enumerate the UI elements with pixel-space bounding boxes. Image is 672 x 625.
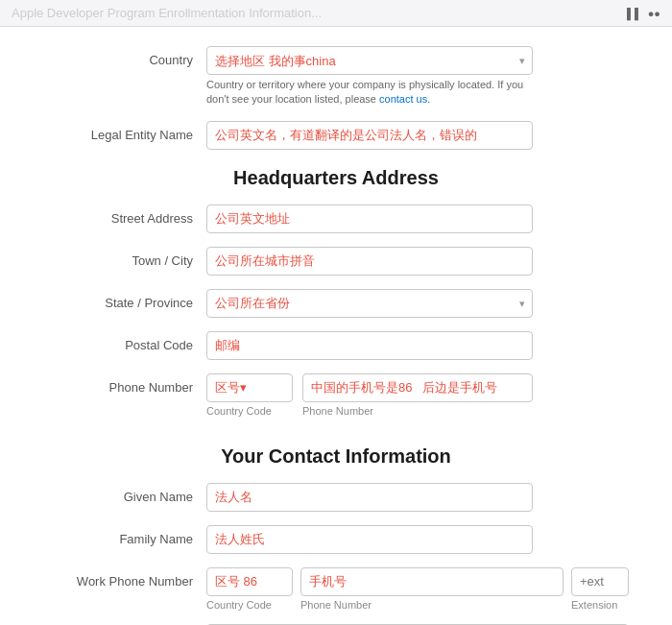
legal-entity-row: Legal Entity Name <box>38 121 634 150</box>
contact-section-title: Your Contact Information <box>38 445 634 468</box>
contact-us-link[interactable]: contact us. <box>379 93 430 105</box>
work-phone-field: Country Code Phone Number Extension <box>206 567 634 611</box>
legal-entity-field <box>206 121 634 150</box>
city-label: Town / City <box>38 247 206 270</box>
state-field: 公司所在省份 ▾ <box>206 289 634 318</box>
country-hint: Country or territory where your company … <box>206 78 533 108</box>
city-field <box>206 247 634 276</box>
country-row: Country 选择地区 我的事china ▾ Country or terri… <box>38 46 634 108</box>
street-input[interactable] <box>206 204 533 233</box>
family-name-label: Family Name <box>38 525 206 548</box>
postal-field <box>206 331 634 360</box>
battery-icon: ▌▌ <box>627 8 642 19</box>
family-name-input[interactable] <box>206 525 533 554</box>
street-label: Street Address <box>38 204 206 228</box>
legal-entity-input[interactable] <box>206 121 533 150</box>
hq-section-title: Headquarters Address <box>38 167 634 189</box>
given-name-label: Given Name <box>38 483 206 506</box>
city-input[interactable] <box>206 247 533 276</box>
work-phone-row: Work Phone Number Country Code Phone Num… <box>38 567 634 611</box>
state-select-wrap[interactable]: 公司所在省份 ▾ <box>206 289 533 318</box>
legal-entity-label: Legal Entity Name <box>38 121 206 144</box>
state-select[interactable]: 公司所在省份 <box>206 289 533 318</box>
work-phone-label: Work Phone Number <box>38 567 206 590</box>
work-phone-cc-input[interactable] <box>206 567 293 596</box>
given-name-field <box>206 483 634 512</box>
street-field <box>206 204 634 233</box>
family-name-field <box>206 525 634 554</box>
top-bar: Apple Developer Program Enrollmentation … <box>0 0 672 27</box>
country-select-wrap[interactable]: 选择地区 我的事china ▾ <box>206 46 533 75</box>
main-content: Country 选择地区 我的事china ▾ Country or terri… <box>0 27 672 625</box>
family-name-row: Family Name <box>38 525 634 554</box>
phone-label: Phone Number <box>38 373 206 397</box>
country-select[interactable]: 选择地区 我的事china <box>206 46 533 75</box>
work-phone-ext-label: Extension <box>571 599 629 611</box>
postal-label: Postal Code <box>38 331 206 354</box>
phone-num-label: Phone Number <box>302 405 533 417</box>
phone-field: Country Code Phone Number <box>206 373 634 417</box>
work-phone-inputs <box>206 567 629 596</box>
signal-icon: ●● <box>648 8 660 19</box>
phone-inputs <box>206 373 533 402</box>
phone-labels: Country Code Phone Number <box>206 405 533 417</box>
work-phone-num-input[interactable] <box>300 567 564 596</box>
phone-row: Phone Number Country Code Phone Number <box>38 373 634 417</box>
given-name-row: Given Name <box>38 483 634 512</box>
work-phone-cc-label: Country Code <box>206 599 293 611</box>
state-row: State / Province 公司所在省份 ▾ <box>38 289 634 318</box>
given-name-input[interactable] <box>206 483 533 512</box>
phone-cc-label: Country Code <box>206 405 293 417</box>
work-phone-ext-input[interactable] <box>571 567 629 596</box>
street-row: Street Address <box>38 204 634 233</box>
status-icons: ▌▌ ●● <box>627 8 660 19</box>
page-title: Apple Developer Program Enrollmentation … <box>12 6 322 20</box>
postal-input[interactable] <box>206 331 533 360</box>
country-field: 选择地区 我的事china ▾ Country or territory whe… <box>206 46 634 108</box>
work-phone-num-label: Phone Number <box>300 599 564 611</box>
state-label: State / Province <box>38 289 206 312</box>
work-phone-labels: Country Code Phone Number Extension <box>206 599 629 611</box>
phone-num-input[interactable] <box>302 373 533 402</box>
phone-cc-input[interactable] <box>206 373 293 402</box>
city-row: Town / City <box>38 247 634 276</box>
country-label: Country <box>38 46 206 69</box>
postal-row: Postal Code <box>38 331 634 360</box>
